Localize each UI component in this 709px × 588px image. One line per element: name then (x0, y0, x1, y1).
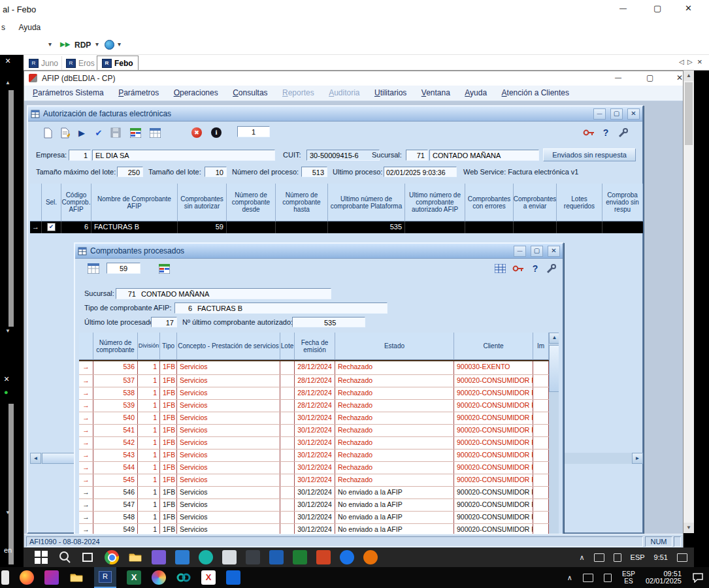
rdp-dropdown[interactable]: ▾ (95, 41, 99, 48)
scroll-thumb[interactable] (549, 345, 559, 392)
host-excel-icon[interactable]: X (127, 570, 141, 585)
sel-checkbox-cell[interactable]: ✔ (42, 221, 61, 233)
scroll-left-button[interactable]: ◄ (30, 453, 41, 464)
outer-close-button[interactable]: ✕ (685, 3, 692, 13)
taskbar-chrome-icon[interactable] (105, 550, 119, 564)
taskbar-start-button[interactable] (34, 550, 48, 564)
menu-atencion-clientes[interactable]: Atención a Clientes (496, 86, 575, 101)
save-button[interactable] (108, 125, 124, 140)
proc-counter-field[interactable]: 59 (107, 263, 140, 274)
host-paint-icon[interactable] (152, 570, 166, 585)
dock-scrollbar-track[interactable] (8, 90, 14, 327)
proc-maximize-button[interactable]: ▢ (531, 246, 543, 257)
menu-parametros-sistema[interactable]: Parámetros Sistema (27, 86, 110, 101)
afip-minimize-button[interactable]: — (615, 74, 621, 81)
taskbar-app-purple-icon[interactable] (152, 550, 166, 564)
menu-utilitarios[interactable]: Utilitarios (369, 86, 412, 101)
confirm-button[interactable]: ✔ (91, 125, 107, 140)
taskbar-skype-icon[interactable] (199, 550, 213, 564)
menu-item-partial[interactable]: s (0, 20, 10, 36)
run-process-button[interactable]: ▶ (74, 125, 90, 140)
taskbar-search-icon[interactable] (58, 550, 72, 564)
menu-ventana[interactable]: Ventana (416, 86, 456, 101)
empresa-code-field[interactable]: 1 (69, 150, 91, 161)
host-app-red-doc-icon[interactable]: X (201, 570, 216, 585)
menu-item-ayuda[interactable]: Ayuda (13, 20, 46, 36)
host-rdp-manager-button[interactable]: R (94, 567, 116, 588)
host-app-teal-icon[interactable] (176, 570, 191, 585)
column-header-estado[interactable]: Estado (335, 333, 454, 360)
export-grid-button[interactable] (147, 125, 163, 140)
help-button[interactable]: ? (598, 125, 614, 140)
info-button[interactable]: i (208, 125, 224, 140)
taskbar-mail-icon[interactable] (175, 550, 190, 564)
proc-grid-vscrollbar[interactable]: ▲ (549, 333, 559, 534)
lote-field[interactable]: 10 (205, 167, 227, 177)
tab-febo[interactable]: R Febo (97, 56, 139, 70)
tab-juno[interactable]: R Juno (25, 56, 62, 70)
column-header-a-enviar[interactable]: Comprobantes a enviar (514, 184, 557, 221)
dock-close-icon[interactable]: × (5, 56, 10, 66)
afip-restore-button[interactable]: ▢ (646, 73, 653, 82)
taskbar-opera-icon[interactable] (363, 550, 378, 564)
table-row[interactable]: → 547 1 1FB Servicios 30/12/2024 No envi… (79, 499, 549, 512)
taskbar-app-blue-icon[interactable] (269, 550, 284, 564)
cancel-button[interactable]: ✖ (189, 125, 205, 140)
column-header-errores[interactable]: Comprobantes con errores (465, 184, 514, 221)
scroll-right-button[interactable]: ► (632, 453, 643, 464)
proc-table-button[interactable] (492, 261, 508, 276)
menu-parametros[interactable]: Parámetros (112, 86, 165, 101)
dock-scroll-down-icon[interactable]: ▼ (5, 328, 10, 334)
dock-edge-label[interactable]: en (4, 546, 12, 554)
table-row[interactable]: → 546 1 1FB Servicios 30/12/2024 No envi… (79, 487, 549, 499)
taskbar-document-icon[interactable] (222, 550, 237, 564)
table-row[interactable]: → 544 1 1FB Servicios 30/12/2024 Rechaza… (79, 462, 549, 474)
enviados-sin-respuesta-button[interactable]: Enviados sin respuesta (543, 148, 636, 161)
table-row[interactable]: → 536 1 1FB Servicios 28/12/2024 Rechaza… (79, 360, 549, 375)
column-header-numero[interactable]: Número de comprobante (93, 333, 138, 360)
toolbar-combo-dropdown[interactable]: ▾ (48, 41, 52, 48)
auth-minimize-button[interactable]: — (593, 108, 606, 120)
tray-display-icon[interactable] (594, 553, 604, 562)
viewer-scroll-down[interactable]: ▼ (684, 523, 694, 533)
properties-button[interactable] (57, 125, 73, 140)
column-header-autorizado[interactable]: Ultimo número de comprobante autorizado … (405, 184, 465, 221)
tools-button[interactable] (615, 125, 631, 140)
proc-minimize-button[interactable]: — (514, 246, 526, 257)
tab-eros[interactable]: R Eros (61, 56, 99, 70)
sucursal-code-field[interactable]: 71 (406, 150, 428, 161)
security-button[interactable] (581, 125, 597, 140)
table-row[interactable]: → 541 1 1FB Servicios 30/12/2024 Rechaza… (79, 425, 549, 437)
proc-security-button[interactable] (510, 261, 526, 276)
tab-nav-forward[interactable]: ▷ (687, 58, 693, 65)
column-header-hasta[interactable]: Número de comprobante hasta (276, 184, 328, 221)
column-header-lote[interactable]: Lote (280, 333, 295, 360)
menu-consultas[interactable]: Consultas (227, 86, 273, 101)
table-row[interactable]: → 540 1 1FB Servicios 30/12/2024 Rechaza… (79, 412, 549, 425)
empresa-name-field[interactable]: EL DIA SA (92, 150, 275, 161)
column-header-sin-autorizar[interactable]: Comprobantes sin autorizar (178, 184, 227, 221)
menu-operaciones[interactable]: Operaciones (168, 86, 224, 101)
host-firefox-icon[interactable] (20, 570, 34, 585)
host-clock[interactable]: 09:51 02/01/2025 (646, 570, 682, 585)
auth-close-button[interactable]: ✕ (627, 108, 640, 120)
new-record-button[interactable] (40, 125, 56, 140)
tab-close-button[interactable]: × (697, 57, 702, 67)
column-header-division[interactable]: División (138, 333, 160, 360)
column-header-nombre[interactable]: Nombre de Comprobante AFIP (91, 184, 178, 221)
status-resize-grip[interactable] (674, 536, 681, 547)
host-partial-icon[interactable] (1, 570, 9, 585)
table-row[interactable]: → 549 1 1FB Servicios 30/12/2024 No envi… (79, 524, 549, 534)
column-header-codigo[interactable]: Código Comprob. AFIP (61, 184, 91, 221)
auth-maximize-button[interactable]: ▢ (610, 108, 623, 120)
column-header-cliente[interactable]: Cliente (454, 333, 533, 360)
column-header-plataforma[interactable]: Ultimo número de comprobante Plataforma (328, 184, 405, 221)
dock-close2-icon[interactable]: × (4, 374, 9, 384)
host-file-explorer-icon[interactable] (69, 570, 84, 585)
column-header-sel[interactable]: Sel. (42, 184, 61, 221)
host-action-center-icon[interactable] (692, 572, 704, 583)
action-center-icon[interactable] (677, 553, 687, 562)
column-header-desde[interactable]: Número de comprobante desde (227, 184, 276, 221)
auth-titlebar[interactable]: Autorización de facturas electrónicas — … (28, 106, 642, 122)
host-tray-expand-icon[interactable]: ∧ (567, 574, 572, 582)
